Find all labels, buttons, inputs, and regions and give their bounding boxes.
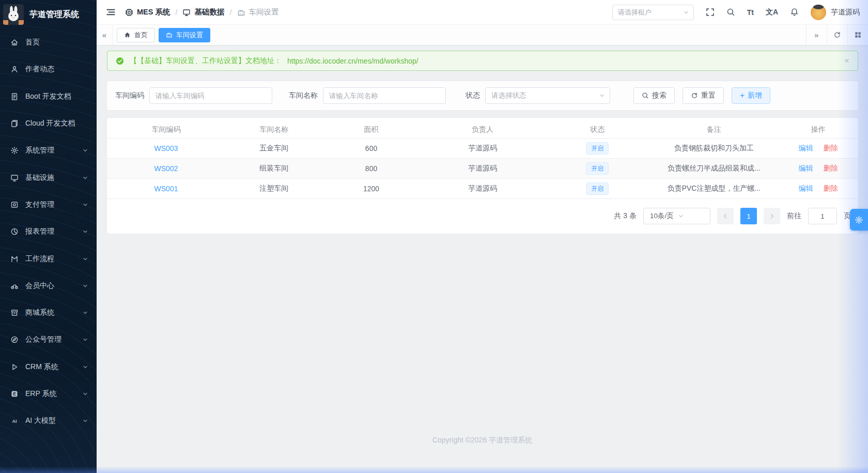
sidebar-item-label: 商城系统 bbox=[25, 308, 54, 317]
sidebar-menu: 首页 作者动态 Boot 开发文档 Cloud 开发文档 系统管理 基础设施 支… bbox=[0, 29, 97, 434]
owner-cell: 芋道源码 bbox=[420, 164, 546, 173]
user-menu[interactable]: 芋道源码 bbox=[811, 5, 860, 20]
tab-label: 首页 bbox=[134, 30, 148, 40]
sidebar-item-report[interactable]: 报表管理 bbox=[0, 218, 97, 245]
sidebar-item-label: 报表管理 bbox=[25, 227, 54, 236]
erp-icon: E bbox=[10, 390, 19, 398]
sidebar-item-ai[interactable]: AI AI 大模型 bbox=[0, 407, 97, 434]
edit-button[interactable]: 编辑 bbox=[799, 164, 813, 172]
delete-button[interactable]: 删除 bbox=[824, 164, 838, 172]
page-size-value: 10条/页 bbox=[650, 211, 678, 221]
sidebar-item-boot-doc[interactable]: Boot 开发文档 bbox=[0, 83, 97, 110]
sidebar-item-member[interactable]: 会员中心 bbox=[0, 272, 97, 299]
main-area: MES 系统 / 基础数据 / 车间设置 请选择租户 Tt 文A bbox=[97, 0, 868, 473]
refresh-icon[interactable] bbox=[827, 25, 847, 45]
status-select[interactable]: 请选择状态 bbox=[485, 87, 610, 104]
home-icon bbox=[10, 38, 19, 47]
add-button[interactable]: + 新增 bbox=[732, 87, 770, 104]
sidebar-item-payment[interactable]: 支付管理 bbox=[0, 191, 97, 218]
area-cell: 600 bbox=[322, 144, 420, 152]
sidebar-item-home[interactable]: 首页 bbox=[0, 29, 97, 56]
sidebar-item-label: 基础设施 bbox=[25, 173, 54, 182]
sidebar-item-cloud-doc[interactable]: Cloud 开发文档 bbox=[0, 110, 97, 137]
workshop-code-link[interactable]: WS001 bbox=[154, 185, 178, 193]
status-badge: 开启 bbox=[586, 182, 609, 195]
delete-button[interactable]: 删除 bbox=[824, 184, 838, 192]
sidebar-item-label: 系统管理 bbox=[25, 146, 54, 155]
sidebar-item-label: 作者动态 bbox=[25, 65, 54, 74]
workshop-code-link[interactable]: WS002 bbox=[154, 164, 178, 173]
chevron-down-icon bbox=[678, 213, 706, 219]
ai-icon: AI bbox=[10, 417, 19, 425]
page-number-current[interactable]: 1 bbox=[740, 208, 757, 224]
remark-cell: 负责钢筋裁切和刀头加工 bbox=[649, 144, 778, 153]
theme-settings-button[interactable] bbox=[850, 209, 868, 231]
tabs-strip: 首页 车间设置 bbox=[113, 28, 806, 42]
filter-status: 状态 请选择状态 bbox=[466, 87, 610, 104]
sidebar-item-official-account[interactable]: 公众号管理 bbox=[0, 326, 97, 353]
table-row: WS002 组装车间 800 芋道源码 开启 负责螺丝刀半成品组装和成... 编… bbox=[107, 159, 858, 179]
edit-button[interactable]: 编辑 bbox=[799, 144, 813, 152]
sidebar-item-mall[interactable]: 商城系统 bbox=[0, 299, 97, 326]
filter-workshop-code: 车间编码 bbox=[115, 87, 272, 104]
translate-icon[interactable]: 文A bbox=[766, 8, 778, 17]
alert-doc-link[interactable]: https://doc.iocoder.cn/mes/md/workshop/ bbox=[287, 57, 419, 65]
add-button-label: 新增 bbox=[748, 91, 762, 100]
tabs-expand-button[interactable]: » bbox=[806, 25, 827, 45]
grid-layout-icon[interactable] bbox=[847, 25, 868, 45]
check-circle-icon bbox=[116, 57, 124, 65]
rabbit-logo-icon bbox=[3, 4, 24, 25]
tenant-select[interactable]: 请选择租户 bbox=[612, 5, 694, 20]
search-icon[interactable] bbox=[726, 8, 735, 17]
sidebar-item-label: ERP 系统 bbox=[25, 389, 56, 399]
chevron-down-icon bbox=[82, 175, 88, 181]
pie-chart-icon bbox=[10, 227, 19, 236]
tab-workshop-settings[interactable]: 车间设置 bbox=[159, 28, 210, 42]
page-content: 【【基础】车间设置、工作站设置】文档地址： https://doc.iocode… bbox=[97, 45, 868, 452]
sidebar-item-infra[interactable]: 基础设施 bbox=[0, 164, 97, 191]
workshop-icon bbox=[166, 32, 173, 38]
sidebar-item-system[interactable]: 系统管理 bbox=[0, 137, 97, 164]
font-size-icon[interactable]: Tt bbox=[747, 8, 754, 17]
close-icon[interactable]: × bbox=[844, 56, 849, 65]
goto-label: 前往 bbox=[787, 211, 801, 221]
prev-page-button[interactable] bbox=[717, 208, 734, 224]
compass-icon bbox=[10, 335, 19, 344]
column-header: 负责人 bbox=[420, 125, 546, 134]
workshop-name-input[interactable] bbox=[323, 87, 446, 104]
tab-home[interactable]: 首页 bbox=[117, 28, 155, 42]
app-logo[interactable]: 芋道管理系统 bbox=[0, 0, 97, 29]
breadcrumb-item-mes[interactable]: MES 系统 bbox=[125, 7, 170, 17]
fullscreen-icon[interactable] bbox=[706, 8, 715, 17]
sidebar: 芋道管理系统 首页 作者动态 Boot 开发文档 Cloud 开发文档 系统管理… bbox=[0, 0, 97, 473]
tabs-collapse-button[interactable]: « bbox=[97, 25, 113, 45]
goto-page-input[interactable] bbox=[808, 208, 837, 224]
home-icon bbox=[124, 32, 131, 38]
workshop-code-link[interactable]: WS003 bbox=[154, 144, 178, 152]
crm-icon bbox=[10, 363, 19, 371]
hamburger-icon[interactable] bbox=[106, 7, 116, 17]
status-badge: 开启 bbox=[586, 162, 609, 175]
sidebar-item-author[interactable]: 作者动态 bbox=[0, 56, 97, 83]
search-button-label: 搜索 bbox=[652, 91, 667, 100]
delete-button[interactable]: 删除 bbox=[824, 144, 838, 152]
sidebar-item-crm[interactable]: CRM 系统 bbox=[0, 354, 97, 380]
svg-text:AI: AI bbox=[12, 419, 17, 424]
breadcrumb-item-base-data[interactable]: 基础数据 bbox=[182, 7, 224, 17]
reset-button[interactable]: 重置 bbox=[683, 87, 724, 104]
column-header: 车间名称 bbox=[225, 125, 322, 134]
chevron-down-icon bbox=[82, 147, 88, 154]
sidebar-item-erp[interactable]: E ERP 系统 bbox=[0, 380, 97, 407]
page-size-select[interactable]: 10条/页 bbox=[643, 208, 710, 224]
sidebar-item-workflow[interactable]: 工作流程 bbox=[0, 245, 97, 272]
column-header: 备注 bbox=[649, 125, 778, 134]
bell-icon[interactable] bbox=[790, 8, 799, 17]
workshop-code-input[interactable] bbox=[149, 87, 272, 104]
edit-button[interactable]: 编辑 bbox=[799, 184, 813, 192]
mall-icon bbox=[10, 309, 19, 317]
sidebar-item-label: CRM 系统 bbox=[25, 362, 58, 372]
table-header-row: 车间编码 车间名称 面积 负责人 状态 备注 操作 bbox=[107, 121, 858, 139]
cpu-icon bbox=[125, 8, 133, 17]
search-button[interactable]: 搜索 bbox=[633, 87, 675, 104]
next-page-button[interactable] bbox=[764, 208, 780, 224]
